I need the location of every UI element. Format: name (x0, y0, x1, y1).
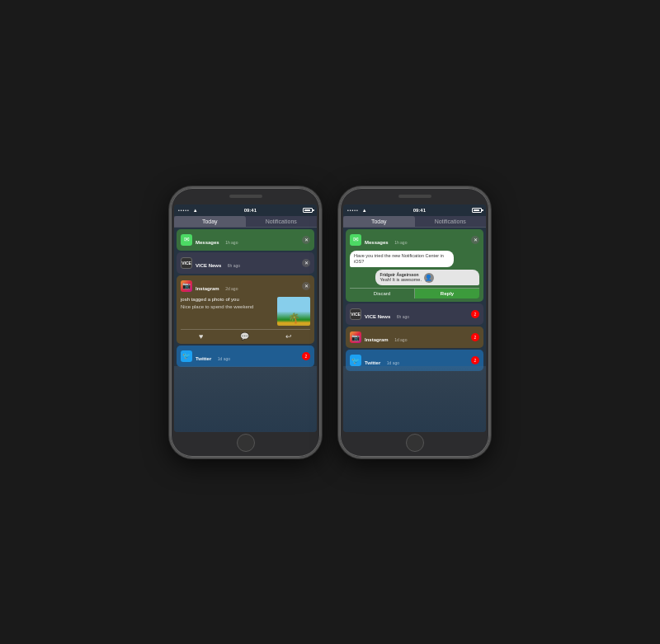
twitter-icon-1: 🐦 (181, 350, 192, 362)
home-button-1[interactable] (237, 434, 255, 452)
vice-icon-1: VICE (181, 257, 192, 269)
vice-app-name-2: VICE News (365, 314, 390, 319)
status-time-1: 09:41 (244, 208, 257, 213)
status-bar-1: ••••• ▲ 09:41 (174, 204, 317, 216)
msg-text: Yeah! It is awesome. (380, 277, 422, 283)
instagram-time-2: 1d ago (394, 337, 407, 342)
instagram-body: josh tagged a photo of you Nice place to… (181, 297, 310, 326)
tab-bar-2[interactable]: Today Notifications (343, 216, 486, 228)
notif-vice-2[interactable]: VICE VICE News 6h ago 2 (346, 303, 483, 325)
vice-time-1: 6h ago (228, 263, 240, 268)
messages-time-2: 1h ago (394, 240, 407, 245)
messages-app-name-1: Messages (196, 240, 219, 245)
msg-bubble-incoming: Have you tried the new Notification Cent… (350, 251, 454, 267)
messages-time-1: 1h ago (225, 240, 238, 245)
notif-vice-1[interactable]: VICE VICE News 6h ago ✕ (177, 252, 314, 274)
messages-close-1[interactable]: ✕ (302, 236, 310, 244)
instagram-comment-icon[interactable]: 💬 (240, 332, 249, 341)
tab-notifications-2[interactable]: Notifications (415, 216, 487, 227)
twitter-time-1: 1d ago (218, 356, 230, 361)
phone-2-screen: ••••• ▲ 09:41 Today Notifications (343, 204, 486, 432)
status-bar-2: ••••• ▲ 09:41 (343, 204, 486, 216)
messages-app-name-2: Messages (365, 240, 389, 245)
blurred-bg-2 (343, 366, 486, 432)
reply-button[interactable]: Reply (415, 289, 479, 298)
instagram-app-name-1: Instagram (196, 286, 219, 291)
vice-icon-2: VICE (350, 308, 361, 320)
tab-today-1[interactable]: Today (174, 216, 246, 227)
tab-today-2[interactable]: Today (343, 216, 415, 227)
phone-1-screen: ••••• ▲ 09:41 Today Notifications (174, 204, 317, 432)
notif-instagram-2[interactable]: 📷 Instagram 1d ago 2 (346, 327, 483, 348)
notif-messages-1[interactable]: ✉ Messages 1h ago ✕ (177, 229, 314, 251)
messages-header: ✉ Messages 1h ago ✕ (350, 233, 479, 247)
notif-twitter-1[interactable]: 🐦 Twitter 1d ago 2 (177, 346, 314, 367)
phone-2: ••••• ▲ 09:41 Today Notifications (338, 186, 491, 458)
twitter-badge-2: 2 (471, 356, 479, 364)
twitter-app-name-1: Twitter (196, 356, 211, 361)
battery-icon-2 (472, 208, 482, 213)
phone-1: ••••• ▲ 09:41 Today Notifications (169, 186, 322, 458)
instagram-photo (277, 297, 310, 326)
signal-dots: ••••• (178, 208, 190, 213)
messages-action-bar[interactable]: Discard Reply (350, 288, 479, 298)
messages-icon-1: ✉ (181, 234, 192, 246)
vice-app-name-1: VICE News (196, 263, 221, 268)
wifi-icon-2: ▲ (362, 208, 367, 213)
instagram-close-1[interactable]: ✕ (302, 282, 310, 290)
instagram-badge-2: 2 (471, 333, 479, 341)
notif-instagram-expanded: 📷 Instagram 2d ago ✕ josh tagged a photo… (177, 275, 314, 344)
vice-close-1[interactable]: ✕ (302, 259, 310, 267)
wifi-icon: ▲ (193, 208, 198, 213)
phones-container: ••••• ▲ 09:41 Today Notifications (169, 186, 491, 458)
messages-icon-2: ✉ (350, 234, 361, 246)
blurred-bg-1 (174, 366, 317, 432)
instagram-header: 📷 Instagram 2d ago ✕ (181, 279, 310, 294)
instagram-share-icon[interactable]: ↩ (285, 332, 292, 341)
instagram-like-icon[interactable]: ♥ (199, 332, 203, 341)
sender-avatar: 👤 (424, 273, 434, 283)
instagram-icon-2: 📷 (350, 331, 361, 343)
tab-notifications-1[interactable]: Notifications (246, 216, 318, 227)
status-time-2: 09:41 (413, 208, 426, 213)
vice-badge-2: 2 (471, 310, 479, 318)
battery-icon-1 (303, 208, 313, 213)
signal-dots-2: ••••• (347, 208, 359, 213)
instagram-text-2: Nice place to spend the weekend (181, 304, 274, 311)
msg-bubble-outgoing: Fridgeir Ásgeirsson Yeah! It is awesome.… (375, 270, 479, 286)
twitter-badge-1: 2 (302, 352, 310, 360)
tab-bar-1[interactable]: Today Notifications (174, 216, 317, 228)
discard-button[interactable]: Discard (350, 289, 415, 298)
notif-messages-expanded: ✉ Messages 1h ago ✕ Have you tried the n… (346, 229, 483, 303)
instagram-actions: ♥ 💬 ↩ (181, 329, 310, 341)
instagram-icon-1: 📷 (181, 280, 192, 292)
instagram-time-1: 2d ago (225, 286, 238, 291)
instagram-text-1: josh tagged a photo of you (181, 297, 274, 303)
messages-bubbles: Have you tried the new Notification Cent… (350, 251, 479, 286)
vice-time-2: 6h ago (397, 314, 409, 319)
twitter-icon-2: 🐦 (350, 355, 361, 366)
home-button-2[interactable] (406, 434, 424, 452)
messages-close-2[interactable]: ✕ (471, 236, 479, 244)
instagram-app-name-2: Instagram (365, 337, 389, 342)
